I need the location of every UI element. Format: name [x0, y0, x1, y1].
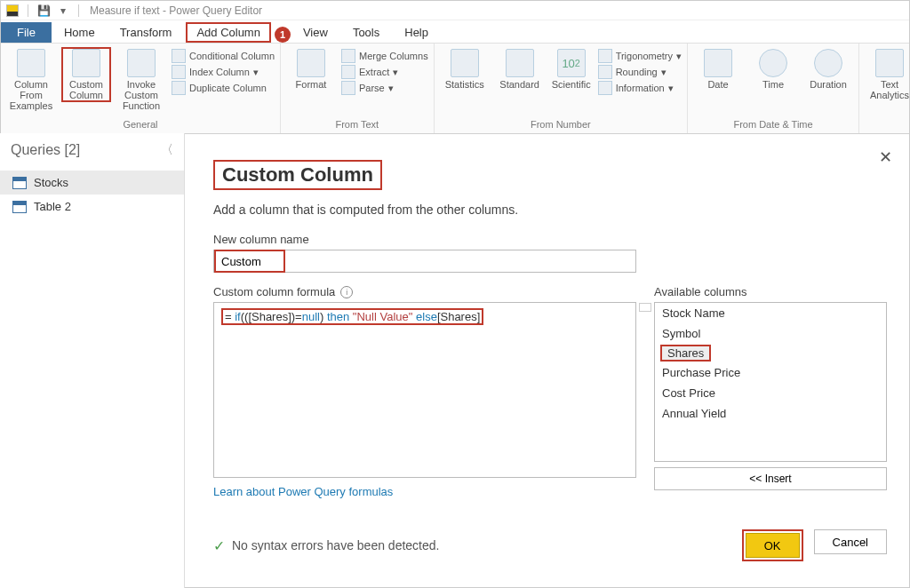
trig-icon — [598, 49, 612, 63]
tab-tools[interactable]: Tools — [340, 22, 392, 43]
parse-icon — [341, 81, 355, 95]
from-number-small: Trigonometry▾ Rounding▾ Information▾ — [598, 47, 682, 95]
table-icon — [17, 49, 45, 77]
divider — [28, 4, 28, 17]
custom-column-button[interactable]: Custom Column — [61, 47, 111, 102]
conditional-icon — [172, 49, 186, 63]
info-icon[interactable]: i — [340, 286, 353, 298]
chevron-down-icon: ▾ — [393, 67, 398, 78]
label: Parse — [359, 83, 385, 93]
dialog-subtitle: Add a column that is computed from the o… — [213, 203, 887, 217]
group-from-number: Statistics Standard 102Scientific Trigon… — [435, 44, 688, 133]
available-columns-list[interactable]: Stock Name Symbol Shares Purchase Price … — [654, 302, 887, 462]
chevron-down-icon: ▾ — [661, 67, 667, 78]
time-button[interactable]: Time — [748, 47, 798, 90]
group-from-date-time: Date Time Duration From Date & Time — [688, 44, 859, 133]
stopwatch-icon — [814, 49, 842, 77]
label: Scientific — [552, 79, 591, 90]
new-column-name-input-wrap[interactable] — [213, 250, 636, 273]
insert-button[interactable]: << Insert — [654, 467, 887, 490]
learn-link[interactable]: Learn about Power Query formulas — [213, 485, 393, 498]
tab-home[interactable]: Home — [52, 22, 108, 43]
label: Conditional Column — [189, 51, 275, 61]
queries-header: Queries [2] 〈 — [0, 133, 184, 167]
avail-col-shares[interactable]: Shares — [660, 345, 711, 362]
new-column-name-input[interactable] — [214, 250, 285, 273]
check-icon: ✓ — [213, 537, 225, 554]
tab-view[interactable]: View — [291, 22, 340, 43]
title-bar: 💾 ▾ Measure if text - Power Query Editor — [1, 1, 909, 20]
dialog-footer: ✓ No syntax errors have been detected. O… — [213, 529, 887, 561]
conditional-column-button[interactable]: Conditional Column — [172, 49, 275, 63]
merge-columns-button[interactable]: Merge Columns — [341, 49, 428, 63]
query-item-table2[interactable]: Table 2 — [0, 195, 184, 219]
duplicate-column-button[interactable]: Duplicate Column — [172, 81, 275, 95]
information-button[interactable]: Information▾ — [598, 81, 682, 95]
index-column-button[interactable]: Index Column▾ — [172, 65, 275, 79]
app-logo-icon — [4, 3, 20, 19]
callout-badge-1: 1 — [275, 27, 291, 43]
group-label: General — [6, 119, 275, 131]
format-button[interactable]: Format — [286, 47, 336, 90]
group-text-analytics: Text Analytics — [859, 44, 910, 133]
ribbon: Column From Examples Custom Column Invok… — [1, 44, 909, 134]
date-button[interactable]: Date — [693, 47, 743, 90]
column-from-examples-button[interactable]: Column From Examples — [6, 47, 56, 111]
close-icon[interactable]: ✕ — [879, 147, 892, 167]
extract-button[interactable]: Extract▾ — [341, 65, 428, 79]
formula-input[interactable]: = if(([Shares])=null) then "Null Value" … — [213, 302, 636, 478]
query-item-stocks[interactable]: Stocks — [0, 171, 184, 195]
label: Invoke Custom Function — [116, 79, 166, 111]
rounding-button[interactable]: Rounding▾ — [598, 65, 682, 79]
cancel-button[interactable]: Cancel — [814, 529, 887, 554]
statistics-button[interactable]: Statistics — [440, 47, 490, 90]
chevron-down-icon: ▾ — [253, 67, 259, 78]
label: Date — [707, 79, 728, 90]
available-columns-label: Available columns — [654, 285, 887, 298]
table-icon — [12, 201, 27, 213]
formula-highlight: = if(([Shares])=null) then "Null Value" … — [221, 308, 483, 325]
standard-icon — [506, 49, 534, 77]
label: Duration — [810, 79, 847, 90]
chevron-down-icon: ▾ — [388, 83, 394, 94]
parse-button[interactable]: Parse▾ — [341, 81, 428, 95]
formula-section: Custom column formula i = if(([Shares])=… — [213, 285, 636, 499]
merge-icon — [341, 49, 355, 63]
clock-icon — [759, 49, 787, 77]
label: Trigonometry — [616, 51, 673, 61]
tab-add-column[interactable]: Add Column — [186, 22, 271, 43]
avail-col-annual-yield[interactable]: Annual Yield — [655, 403, 886, 424]
scrollbar[interactable] — [639, 303, 651, 312]
custom-column-icon — [72, 49, 100, 77]
query-label: Stocks — [34, 176, 68, 189]
quick-access-toolbar: 💾 ▾ — [4, 3, 83, 19]
avail-col-purchase-price[interactable]: Purchase Price — [655, 362, 886, 383]
sigma-icon — [451, 49, 479, 77]
formula-label: Custom column formula i — [213, 285, 636, 298]
invoke-custom-function-button[interactable]: Invoke Custom Function — [116, 47, 166, 111]
avail-col-symbol[interactable]: Symbol — [655, 323, 886, 344]
duration-button[interactable]: Duration — [803, 47, 853, 90]
tab-help[interactable]: Help — [392, 22, 441, 43]
tab-file[interactable]: File — [1, 22, 52, 43]
ok-button[interactable]: OK — [746, 533, 800, 558]
syntax-status: ✓ No syntax errors have been detected. — [213, 537, 439, 554]
group-label: From Text — [286, 119, 428, 131]
label-text: Custom column formula — [213, 285, 335, 298]
label: Time — [762, 79, 784, 90]
table-icon — [12, 177, 27, 189]
label: Merge Columns — [359, 51, 428, 61]
dropdown-icon[interactable]: ▾ — [55, 3, 71, 19]
standard-button[interactable]: Standard — [495, 47, 545, 90]
avail-col-cost-price[interactable]: Cost Price — [655, 383, 886, 403]
label: Extract — [359, 67, 389, 77]
text-analytics-button[interactable]: Text Analytics — [865, 47, 910, 100]
trigonometry-button[interactable]: Trigonometry▾ — [598, 49, 682, 63]
collapse-icon[interactable]: 〈 — [161, 142, 173, 158]
format-icon — [297, 49, 325, 77]
avail-col-stock-name[interactable]: Stock Name — [655, 303, 886, 323]
tab-transform[interactable]: Transform — [108, 22, 185, 43]
save-icon[interactable]: 💾 — [36, 3, 52, 19]
scientific-button[interactable]: 102Scientific — [550, 47, 593, 90]
calendar-icon — [704, 49, 732, 77]
